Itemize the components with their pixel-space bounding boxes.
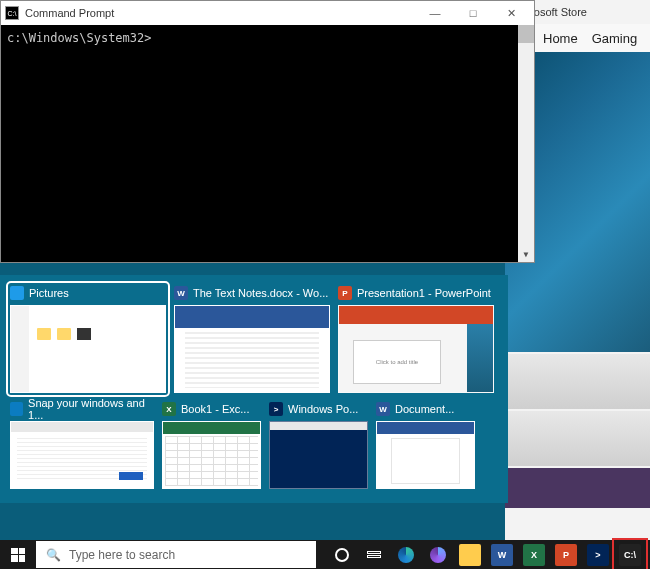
excel-icon: X <box>162 402 176 416</box>
windows-logo-icon <box>11 548 25 562</box>
cmd-prompt-text: c:\Windows\System32> <box>7 31 152 45</box>
snap-tile-powerpoint[interactable]: P Presentation1 - PowerPoint Click to ad… <box>338 285 494 393</box>
task-view-button[interactable] <box>358 540 390 569</box>
store-row-1[interactable] <box>505 354 650 409</box>
cmd-icon: C:\ <box>5 6 19 20</box>
chevron-down-icon[interactable]: ▼ <box>518 246 534 262</box>
powershell-icon: > <box>587 544 609 566</box>
powerpoint-icon: P <box>338 286 352 300</box>
snap-thumb-word <box>174 305 330 393</box>
store-nav-gaming[interactable]: Gaming <box>592 31 638 46</box>
word-icon: W <box>174 286 188 300</box>
excel-icon: X <box>523 544 545 566</box>
snap-tile-pictures[interactable]: Pictures <box>10 285 166 393</box>
taskbar-app-word[interactable]: W <box>486 540 518 569</box>
snap-tile-word[interactable]: W The Text Notes.docx - Wo... <box>174 285 330 393</box>
snap-thumb-pictures <box>10 305 166 393</box>
cortana-button[interactable] <box>326 540 358 569</box>
snap-tile-excel[interactable]: X Book1 - Exc... <box>162 401 261 489</box>
cortana-icon <box>335 548 349 562</box>
taskbar-app-powerpoint[interactable]: P <box>550 540 582 569</box>
taskbar-search[interactable]: 🔍 Type here to search <box>36 541 316 568</box>
snap-label: The Text Notes.docx - Wo... <box>193 287 328 299</box>
word-icon: W <box>491 544 513 566</box>
snap-tile-powershell[interactable]: > Windows Po... <box>269 401 368 489</box>
snap-thumb-excel <box>162 421 261 489</box>
cmd-body[interactable]: c:\Windows\System32> ▼ <box>1 25 534 262</box>
cmd-scroll-thumb[interactable] <box>518 25 534 43</box>
snap-label: Book1 - Exc... <box>181 403 249 415</box>
taskbar-app-excel[interactable]: X <box>518 540 550 569</box>
snap-thumb-edge <box>10 421 154 489</box>
task-view-icon <box>367 551 381 558</box>
search-placeholder: Type here to search <box>69 548 175 562</box>
taskbar: 🔍 Type here to search W X P > C:\ <box>0 540 650 569</box>
snap-thumb-powerpoint: Click to add title <box>338 305 494 393</box>
cmd-scrollbar[interactable]: ▼ <box>518 25 534 262</box>
file-explorer-icon <box>459 544 481 566</box>
snap-label: Snap your windows and 1... <box>28 397 154 421</box>
minimize-button[interactable]: — <box>416 2 454 24</box>
taskbar-app-edge[interactable] <box>390 540 422 569</box>
edge-icon <box>398 547 414 563</box>
store-nav-home[interactable]: Home <box>543 31 578 46</box>
command-prompt-window: C:\ Command Prompt — □ ✕ c:\Windows\Syst… <box>0 0 535 263</box>
start-button[interactable] <box>0 540 36 569</box>
cmd-title-text: Command Prompt <box>25 7 114 19</box>
taskbar-app-explorer[interactable] <box>454 540 486 569</box>
snap-tile-word2[interactable]: W Document... <box>376 401 475 489</box>
snap-thumb-powershell <box>269 421 368 489</box>
maximize-button[interactable]: □ <box>454 2 492 24</box>
snap-tile-edge[interactable]: Snap your windows and 1... <box>10 401 154 489</box>
snap-label: Presentation1 - PowerPoint <box>357 287 491 299</box>
cmd-titlebar[interactable]: C:\ Command Prompt — □ ✕ <box>1 1 534 25</box>
store-row-2[interactable] <box>505 411 650 466</box>
taskbar-app-edge-dev[interactable] <box>422 540 454 569</box>
edge-dev-icon <box>430 547 446 563</box>
snap-label: Document... <box>395 403 454 415</box>
snap-label: Pictures <box>29 287 69 299</box>
snap-thumb-word2 <box>376 421 475 489</box>
snap-assist-panel: Pictures W The Text Notes.docx - Wo... P… <box>0 275 508 503</box>
ppt-slide-placeholder: Click to add title <box>353 340 441 384</box>
store-row-3[interactable] <box>505 468 650 508</box>
word-icon: W <box>376 402 390 416</box>
close-button[interactable]: ✕ <box>492 2 530 24</box>
powerpoint-icon: P <box>555 544 577 566</box>
taskbar-app-cmd[interactable]: C:\ <box>614 540 646 569</box>
cmd-icon: C:\ <box>619 544 641 566</box>
search-icon: 🔍 <box>46 548 61 562</box>
powershell-icon: > <box>269 402 283 416</box>
snap-label: Windows Po... <box>288 403 358 415</box>
edge-icon <box>10 402 23 416</box>
taskbar-app-powershell[interactable]: > <box>582 540 614 569</box>
folder-icon <box>10 286 24 300</box>
